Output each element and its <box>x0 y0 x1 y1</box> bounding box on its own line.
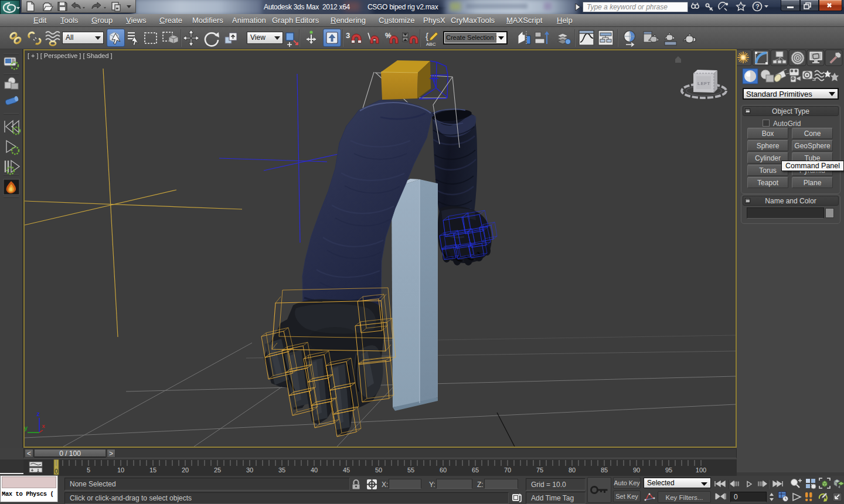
svg-text:60: 60 <box>440 466 447 474</box>
svg-text:65: 65 <box>472 466 479 474</box>
svg-text:45: 45 <box>343 466 350 474</box>
svg-text:75: 75 <box>536 466 543 474</box>
svg-text:z: z <box>36 410 40 417</box>
svg-text:90: 90 <box>633 466 640 474</box>
svg-text:x: x <box>42 423 45 429</box>
svg-text:3: 3 <box>346 31 350 40</box>
svg-text:85: 85 <box>601 466 608 474</box>
svg-text:95: 95 <box>665 466 672 474</box>
svg-text:20: 20 <box>182 466 189 474</box>
svg-text:25: 25 <box>214 466 221 474</box>
svg-text:80: 80 <box>569 466 576 474</box>
svg-text:y: y <box>25 424 28 431</box>
svg-text:55: 55 <box>407 466 414 474</box>
svg-text:70: 70 <box>504 466 511 474</box>
svg-text:30: 30 <box>246 466 253 474</box>
svg-text:5: 5 <box>87 466 90 474</box>
svg-text:[ + ] [ Perspective ] [ Shaded: [ + ] [ Perspective ] [ Shaded ] <box>28 52 113 59</box>
svg-text:?: ? <box>755 3 760 10</box>
svg-text:ABC: ABC <box>426 42 436 47</box>
svg-text:10: 10 <box>117 466 124 474</box>
svg-text:100: 100 <box>696 466 706 474</box>
svg-text:35: 35 <box>278 466 285 474</box>
svg-text:{: { <box>426 31 428 41</box>
svg-text:50: 50 <box>375 466 382 474</box>
svg-text:LEFT: LEFT <box>697 81 710 86</box>
svg-text:15: 15 <box>149 466 156 474</box>
svg-text:40: 40 <box>311 466 318 474</box>
